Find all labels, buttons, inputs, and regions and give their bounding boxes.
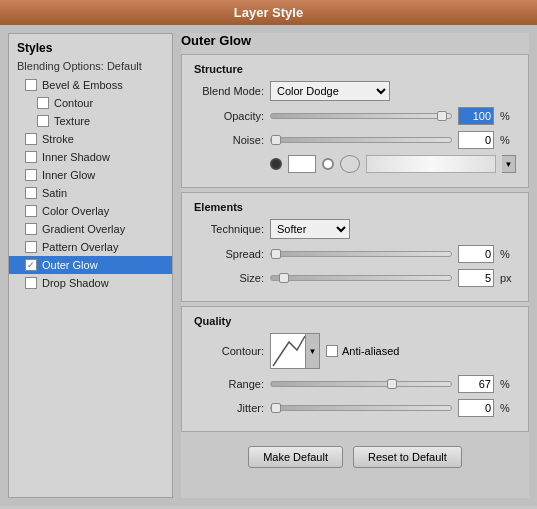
main-container: Styles Blending Options: Default Bevel &… bbox=[0, 25, 537, 506]
right-panel: Outer Glow Structure Blend Mode: Color D… bbox=[181, 33, 529, 498]
reset-to-default-button[interactable]: Reset to Default bbox=[353, 446, 462, 468]
checkbox-color-overlay[interactable] bbox=[25, 205, 37, 217]
sidebar-item-inner-shadow[interactable]: Inner Shadow bbox=[9, 148, 172, 166]
technique-row: Technique: Softer bbox=[194, 219, 516, 239]
checkbox-bevel-emboss[interactable] bbox=[25, 79, 37, 91]
sidebar-item-inner-glow[interactable]: Inner Glow bbox=[9, 166, 172, 184]
sidebar-item-gradient-overlay[interactable]: Gradient Overlay bbox=[9, 220, 172, 238]
title-bar: Layer Style bbox=[0, 0, 537, 25]
color-swatch[interactable] bbox=[288, 155, 316, 173]
size-row: Size: px bbox=[194, 269, 516, 287]
contour-preview[interactable] bbox=[270, 333, 306, 369]
elements-title: Elements bbox=[194, 201, 516, 213]
opacity-slider-thumb[interactable] bbox=[437, 111, 447, 121]
noise-input[interactable] bbox=[458, 131, 494, 149]
color-gradient-row: ▼ bbox=[194, 155, 516, 173]
sidebar-label-outer-glow: Outer Glow bbox=[42, 259, 98, 271]
anti-aliased-text: Anti-aliased bbox=[342, 345, 399, 357]
size-input[interactable] bbox=[458, 269, 494, 287]
sidebar-item-color-overlay[interactable]: Color Overlay bbox=[9, 202, 172, 220]
size-slider-thumb[interactable] bbox=[279, 273, 289, 283]
jitter-slider-thumb[interactable] bbox=[271, 403, 281, 413]
blend-mode-select[interactable]: Color Dodge bbox=[270, 81, 390, 101]
jitter-input[interactable] bbox=[458, 399, 494, 417]
sidebar-label-satin: Satin bbox=[42, 187, 67, 199]
range-label: Range: bbox=[194, 378, 264, 390]
range-slider-track[interactable] bbox=[270, 381, 452, 387]
quality-section: Quality Contour: ▼ Anti-aliased bbox=[181, 306, 529, 432]
range-input[interactable] bbox=[458, 375, 494, 393]
sidebar-item-texture[interactable]: Texture bbox=[9, 112, 172, 130]
gradient-swatch[interactable] bbox=[366, 155, 496, 173]
noise-slider-track[interactable] bbox=[270, 137, 452, 143]
sidebar-item-drop-shadow[interactable]: Drop Shadow bbox=[9, 274, 172, 292]
sidebar-item-bevel-emboss[interactable]: Bevel & Emboss bbox=[9, 76, 172, 94]
noise-row: Noise: % bbox=[194, 131, 516, 149]
quality-title: Quality bbox=[194, 315, 516, 327]
solid-color-radio[interactable] bbox=[270, 158, 282, 170]
blending-options-label: Blending Options: Default bbox=[9, 58, 172, 76]
structure-section: Structure Blend Mode: Color Dodge Opacit… bbox=[181, 54, 529, 188]
checkbox-pattern-overlay[interactable] bbox=[25, 241, 37, 253]
checkbox-inner-shadow[interactable] bbox=[25, 151, 37, 163]
checkbox-outer-glow[interactable]: ✓ bbox=[25, 259, 37, 271]
range-row: Range: % bbox=[194, 375, 516, 393]
technique-label: Technique: bbox=[194, 223, 264, 235]
blend-mode-label: Blend Mode: bbox=[194, 85, 264, 97]
noise-slider-thumb[interactable] bbox=[271, 135, 281, 145]
blend-mode-row: Blend Mode: Color Dodge bbox=[194, 81, 516, 101]
sidebar-item-stroke[interactable]: Stroke bbox=[9, 130, 172, 148]
checkbox-gradient-overlay[interactable] bbox=[25, 223, 37, 235]
sidebar-item-contour[interactable]: Contour bbox=[9, 94, 172, 112]
opacity-label: Opacity: bbox=[194, 110, 264, 122]
sidebar-label-drop-shadow: Drop Shadow bbox=[42, 277, 109, 289]
sidebar-item-satin[interactable]: Satin bbox=[9, 184, 172, 202]
checkbox-satin[interactable] bbox=[25, 187, 37, 199]
spread-unit: % bbox=[500, 248, 516, 260]
bottom-buttons: Make Default Reset to Default bbox=[181, 440, 529, 474]
checkbox-inner-glow[interactable] bbox=[25, 169, 37, 181]
range-slider-thumb[interactable] bbox=[387, 379, 397, 389]
size-label: Size: bbox=[194, 272, 264, 284]
noise-unit: % bbox=[500, 134, 516, 146]
panel-title: Outer Glow bbox=[181, 33, 529, 48]
circle-preview bbox=[340, 155, 360, 173]
sidebar-item-pattern-overlay[interactable]: Pattern Overlay bbox=[9, 238, 172, 256]
left-panel: Styles Blending Options: Default Bevel &… bbox=[8, 33, 173, 498]
spread-label: Spread: bbox=[194, 248, 264, 260]
jitter-label: Jitter: bbox=[194, 402, 264, 414]
sidebar-label-pattern-overlay: Pattern Overlay bbox=[42, 241, 118, 253]
checkbox-texture[interactable] bbox=[37, 115, 49, 127]
contour-dropdown-arrow[interactable]: ▼ bbox=[306, 333, 320, 369]
opacity-slider-track[interactable] bbox=[270, 113, 452, 119]
opacity-row: Opacity: % bbox=[194, 107, 516, 125]
elements-section: Elements Technique: Softer Spread: % Siz… bbox=[181, 192, 529, 302]
anti-aliased-checkbox[interactable] bbox=[326, 345, 338, 357]
gradient-dropdown-arrow[interactable]: ▼ bbox=[502, 155, 516, 173]
spread-slider-thumb[interactable] bbox=[271, 249, 281, 259]
sidebar-label-texture: Texture bbox=[54, 115, 90, 127]
jitter-slider-track[interactable] bbox=[270, 405, 452, 411]
checkbox-contour[interactable] bbox=[37, 97, 49, 109]
opacity-unit: % bbox=[500, 110, 516, 122]
gradient-radio[interactable] bbox=[322, 158, 334, 170]
size-unit: px bbox=[500, 272, 516, 284]
jitter-row: Jitter: % bbox=[194, 399, 516, 417]
technique-select[interactable]: Softer bbox=[270, 219, 350, 239]
sidebar-label-gradient-overlay: Gradient Overlay bbox=[42, 223, 125, 235]
make-default-button[interactable]: Make Default bbox=[248, 446, 343, 468]
checkbox-stroke[interactable] bbox=[25, 133, 37, 145]
anti-aliased-label[interactable]: Anti-aliased bbox=[326, 345, 399, 357]
window-title: Layer Style bbox=[234, 5, 303, 20]
size-slider-track[interactable] bbox=[270, 275, 452, 281]
spread-slider-track[interactable] bbox=[270, 251, 452, 257]
sidebar-label-inner-glow: Inner Glow bbox=[42, 169, 95, 181]
noise-label: Noise: bbox=[194, 134, 264, 146]
spread-input[interactable] bbox=[458, 245, 494, 263]
structure-title: Structure bbox=[194, 63, 516, 75]
sidebar-label-bevel-emboss: Bevel & Emboss bbox=[42, 79, 123, 91]
sidebar-item-outer-glow[interactable]: ✓ Outer Glow bbox=[9, 256, 172, 274]
checkbox-drop-shadow[interactable] bbox=[25, 277, 37, 289]
opacity-input[interactable] bbox=[458, 107, 494, 125]
contour-row: Contour: ▼ Anti-aliased bbox=[194, 333, 516, 369]
